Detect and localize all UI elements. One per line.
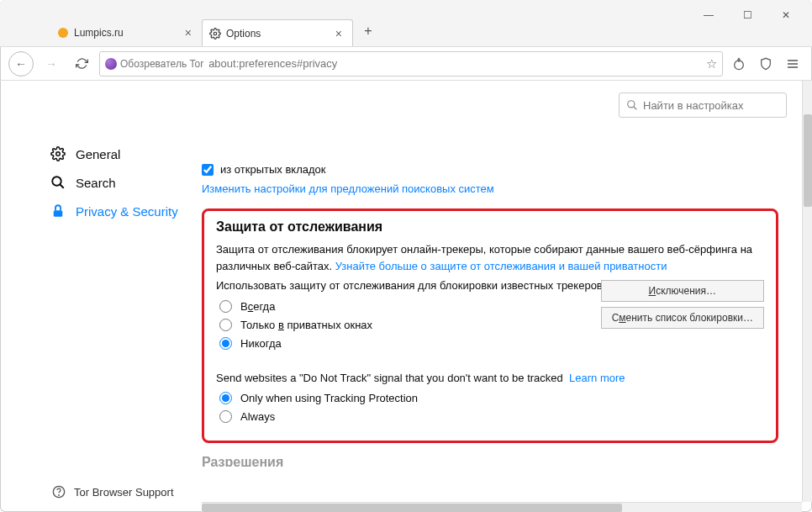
sidebar-item-label: Search (76, 176, 116, 190)
radio-dnt-tp[interactable]: Only when using Tracking Protection (219, 392, 764, 404)
radio-never[interactable]: Никогда (219, 337, 764, 350)
maximize-button[interactable]: ☐ (728, 3, 767, 27)
svg-rect-8 (54, 210, 63, 217)
open-tabs-checkbox-row: из открытых вкладок (202, 163, 778, 176)
radio-input[interactable] (219, 319, 232, 331)
back-button[interactable]: ← (8, 51, 34, 77)
radio-dnt-always[interactable]: Always (219, 410, 764, 423)
svg-point-0 (214, 32, 217, 35)
nav-toolbar: ← → Обозреватель Tor about:preferences#p… (0, 47, 812, 81)
tor-onion-icon (105, 58, 117, 70)
url-bar[interactable]: Обозреватель Tor about:preferences#priva… (99, 51, 723, 77)
identity-box[interactable]: Обозреватель Tor (105, 58, 203, 70)
url-text: about:preferences#privacy (208, 57, 337, 70)
favicon-lumpics (57, 27, 69, 39)
shield-icon[interactable] (755, 53, 777, 75)
menu-button[interactable] (782, 53, 804, 75)
titlebar: Lumpics.ru × Options × + — ☐ ✕ (0, 0, 812, 47)
sidebar: General Search Privacy & Security (0, 81, 202, 512)
radio-label: Только в приватных окнах (240, 319, 372, 331)
scrollbar-thumb[interactable] (202, 504, 622, 512)
svg-line-7 (60, 184, 64, 188)
dnt-learn-more-link[interactable]: Learn more (569, 372, 625, 384)
section-description: Защита от отслеживания блокирует онлайн-… (216, 241, 764, 274)
dnt-label-row: Send websites a "Do Not Track" signal th… (216, 370, 764, 387)
preferences-search[interactable]: Найти в настройках (619, 92, 787, 118)
radio-input[interactable] (219, 410, 232, 423)
onion-security-icon[interactable] (728, 53, 750, 75)
exceptions-button[interactable]: Исключения… (601, 280, 764, 302)
reload-button[interactable] (69, 51, 94, 77)
horizontal-scrollbar[interactable] (202, 502, 802, 512)
sidebar-item-general[interactable]: General (50, 140, 190, 168)
checkbox-label: из открытых вкладок (220, 163, 325, 176)
svg-point-6 (52, 177, 61, 186)
help-icon (52, 485, 66, 499)
tracking-protection-section: Защита от отслеживания Защита от отслежи… (202, 208, 778, 443)
search-placeholder: Найти в настройках (643, 99, 744, 112)
radio-input[interactable] (219, 392, 232, 404)
close-icon[interactable]: × (182, 26, 195, 40)
tab-lumpics[interactable]: Lumpics.ru × (50, 19, 202, 46)
radio-input[interactable] (219, 337, 232, 350)
window-controls: — ☐ ✕ (689, 3, 805, 27)
tab-label: Options (226, 28, 261, 40)
new-tab-button[interactable]: + (356, 19, 380, 43)
scroll-area: hidden из открытых вкладок Изменить наст… (202, 143, 787, 512)
tab-label: Lumpics.ru (74, 27, 124, 39)
scrollbar-thumb[interactable] (804, 114, 812, 207)
change-blocklist-button[interactable]: Сменить список блокировки… (601, 307, 764, 329)
sidebar-item-label: Privacy & Security (76, 204, 178, 219)
forward-button[interactable]: → (39, 51, 64, 77)
sidebar-item-privacy[interactable]: Privacy & Security (50, 197, 190, 225)
search-settings-link[interactable]: Изменить настройки для предложений поиск… (202, 182, 494, 195)
svg-line-12 (634, 107, 637, 110)
vertical-scrollbar[interactable] (802, 81, 812, 502)
close-icon[interactable]: × (332, 27, 345, 40)
permissions-heading: Разрешения (202, 455, 778, 467)
radio-label: Всегда (240, 300, 275, 313)
button-column: Исключения… Сменить список блокировки… (601, 280, 764, 329)
open-tabs-checkbox[interactable] (202, 164, 214, 176)
lock-icon (50, 203, 66, 219)
close-button[interactable]: ✕ (767, 3, 805, 27)
gear-icon (209, 28, 221, 40)
tab-options[interactable]: Options × (202, 19, 353, 46)
minimize-button[interactable]: — (689, 3, 728, 27)
gear-icon (50, 146, 66, 161)
tab-strip: Lumpics.ru × Options × + (50, 19, 380, 46)
svg-point-5 (56, 152, 61, 156)
radio-input[interactable] (219, 300, 232, 313)
radio-label: Only when using Tracking Protection (240, 392, 418, 404)
radio-label: Никогда (240, 337, 282, 350)
support-link[interactable]: Tor Browser Support (52, 485, 174, 499)
preferences-content: General Search Privacy & Security Tor Br… (0, 81, 812, 512)
sidebar-item-label: General (76, 147, 120, 161)
main-pane: Найти в настройках hidden из открытых вк… (202, 81, 812, 512)
support-label: Tor Browser Support (74, 486, 174, 499)
sidebar-item-search[interactable]: Search (50, 168, 190, 197)
svg-point-11 (628, 101, 635, 108)
section-heading: Защита от отслеживания (216, 219, 764, 235)
identity-label: Обозреватель Tor (120, 58, 203, 70)
search-icon (626, 99, 638, 111)
radio-label: Always (240, 410, 275, 423)
bookmark-star-icon[interactable]: ☆ (706, 56, 717, 71)
search-icon (50, 175, 66, 190)
learn-more-link[interactable]: Узнайте больше о защите от отслеживания … (335, 260, 667, 272)
svg-point-10 (59, 495, 60, 496)
